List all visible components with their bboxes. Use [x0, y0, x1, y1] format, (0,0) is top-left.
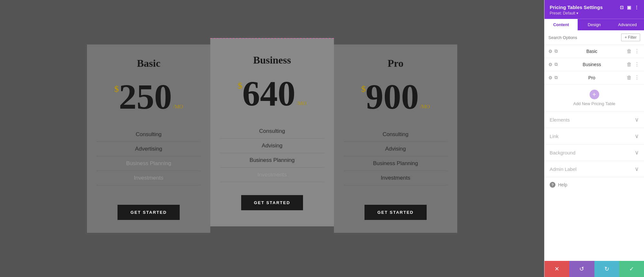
accordion-elements[interactable]: Elements ∨ [545, 112, 644, 128]
table-item-pro: ⚙ ⧉ Pro 🗑 ⋮ [545, 71, 644, 84]
settings-panel: Pricing Tables Settings ⊡ ▣ ⋮ Preset: De… [544, 0, 644, 277]
table-label-pro: Pro [560, 75, 623, 80]
table-label-business: Business [560, 62, 623, 67]
accordion-admin-label[interactable]: Admin Label ∨ [545, 161, 644, 177]
split-icon[interactable]: ▣ [627, 5, 631, 10]
price-block-business: $ 640 /MO [238, 76, 306, 111]
cancel-button[interactable]: ✕ [545, 261, 569, 277]
features-pro: Consulting Advising Business Planning In… [344, 127, 448, 192]
accordion-elements-arrow: ∨ [635, 116, 639, 123]
featured-top-bar [210, 38, 334, 39]
currency-pro: $ [361, 84, 366, 94]
period-pro: /MO [420, 104, 430, 110]
search-row: + Filter [545, 30, 644, 45]
table-item-icons-left-pro: ⚙ ⧉ [548, 75, 558, 81]
pricing-wrapper: Basic $ 250 /MO Consulting Advertising B… [87, 45, 457, 233]
more-icon-business[interactable]: ⋮ [634, 61, 640, 68]
table-item-business: ⚙ ⧉ Business 🗑 ⋮ [545, 58, 644, 71]
more-icon[interactable]: ⋮ [634, 5, 639, 10]
feature-item: Investments [344, 171, 448, 185]
feature-item: Advising [344, 142, 448, 156]
search-input[interactable] [548, 35, 619, 40]
accordion-link-label: Link [550, 134, 559, 139]
panel-title-row: Pricing Tables Settings ⊡ ▣ ⋮ [550, 5, 639, 10]
panel-title-text: Pricing Tables Settings [550, 5, 603, 10]
feature-item: Advertising [97, 142, 201, 156]
settings-icon[interactable]: ⚙ [548, 49, 553, 54]
panel-preset[interactable]: Preset: Default ▾ [550, 11, 639, 15]
add-new-row[interactable]: + Add New Pricing Table [545, 84, 644, 112]
resize-icon[interactable]: ⊡ [620, 5, 624, 10]
feature-item-disabled: Investments [220, 168, 324, 182]
pricing-card-pro: Pro $ 900 /MO Consulting Advising Busine… [334, 45, 457, 233]
amount-business: 640 [242, 76, 295, 111]
more-icon-pro[interactable]: ⋮ [634, 74, 640, 81]
feature-item-disabled: Business Planning [97, 156, 201, 171]
help-text: Help [558, 182, 567, 187]
help-row[interactable]: ? Help [545, 177, 644, 192]
settings-icon[interactable]: ⚙ [548, 75, 553, 81]
period-business: /MO [297, 101, 306, 106]
pricing-card-business: Business $ 640 /MO Consulting Advising B… [210, 38, 334, 226]
table-item-icons-right-pro: 🗑 ⋮ [626, 74, 640, 81]
accordion-link-arrow: ∨ [635, 133, 639, 140]
delete-icon-pro[interactable]: 🗑 [626, 74, 632, 81]
table-label-basic: Basic [560, 49, 623, 54]
accordion-admin-label-arrow: ∨ [635, 165, 639, 173]
duplicate-icon[interactable]: ⧉ [554, 75, 558, 81]
card-title-basic: Basic [137, 57, 160, 69]
tab-design[interactable]: Design [578, 19, 611, 30]
panel-tabs: Content Design Advanced [545, 19, 644, 30]
delete-icon-business[interactable]: 🗑 [626, 61, 632, 68]
cta-button-business[interactable]: GET STARTED [241, 195, 303, 210]
save-button[interactable]: ✓ [619, 261, 644, 277]
pricing-area: Basic $ 250 /MO Consulting Advertising B… [0, 0, 544, 277]
tab-content[interactable]: Content [545, 19, 578, 30]
redo-button[interactable]: ↻ [594, 261, 619, 277]
duplicate-icon[interactable]: ⧉ [554, 62, 558, 67]
features-basic: Consulting Advertising Business Planning… [97, 127, 201, 192]
help-icon: ? [550, 182, 555, 188]
feature-item: Consulting [344, 127, 448, 142]
accordion-admin-label-label: Admin Label [550, 166, 576, 172]
filter-button[interactable]: + Filter [621, 34, 640, 41]
add-circle-icon: + [590, 90, 599, 99]
cta-button-pro[interactable]: GET STARTED [365, 205, 427, 220]
panel-body: + Filter ⚙ ⧉ Basic 🗑 ⋮ ⚙ ⧉ Business 🗑 ⋮ [545, 30, 644, 261]
amount-pro: 900 [366, 79, 419, 114]
delete-icon-basic[interactable]: 🗑 [626, 48, 632, 54]
table-item-icons-right-basic: 🗑 ⋮ [626, 48, 640, 54]
feature-item: Consulting [97, 127, 201, 142]
table-item-icons-left-business: ⚙ ⧉ [548, 62, 558, 67]
pricing-card-basic: Basic $ 250 /MO Consulting Advertising B… [87, 45, 210, 233]
panel-header: Pricing Tables Settings ⊡ ▣ ⋮ Preset: De… [545, 0, 644, 19]
feature-item: Business Planning [344, 156, 448, 171]
accordion-link[interactable]: Link ∨ [545, 128, 644, 144]
more-icon-basic[interactable]: ⋮ [634, 48, 640, 54]
card-title-business: Business [253, 54, 291, 66]
table-item-icons-left-basic: ⚙ ⧉ [548, 49, 558, 54]
price-block-basic: $ 250 /MO [114, 79, 183, 114]
feature-item: Business Planning [220, 153, 324, 168]
undo-button[interactable]: ↺ [569, 261, 594, 277]
card-title-pro: Pro [388, 57, 403, 69]
add-new-label: Add New Pricing Table [573, 101, 615, 106]
period-basic: /MO [173, 104, 183, 110]
table-item-icons-right-business: 🗑 ⋮ [626, 61, 640, 68]
feature-item: Consulting [220, 124, 324, 139]
cta-button-basic[interactable]: GET STARTED [118, 205, 180, 220]
tab-advanced[interactable]: Advanced [611, 19, 644, 30]
currency-business: $ [238, 81, 242, 91]
accordion-background-arrow: ∨ [635, 149, 639, 156]
panel-title-icons: ⊡ ▣ ⋮ [620, 5, 639, 10]
accordion-background-label: Background [550, 150, 575, 155]
table-item-basic: ⚙ ⧉ Basic 🗑 ⋮ [545, 45, 644, 58]
accordion-background[interactable]: Background ∨ [545, 144, 644, 161]
currency-basic: $ [114, 84, 119, 94]
feature-item-disabled: Investments [97, 171, 201, 185]
duplicate-icon[interactable]: ⧉ [554, 49, 558, 54]
action-bar: ✕ ↺ ↻ ✓ [545, 261, 644, 277]
features-business: Consulting Advising Business Planning In… [220, 124, 324, 182]
price-block-pro: $ 900 /MO [361, 79, 430, 114]
settings-icon[interactable]: ⚙ [548, 62, 553, 67]
